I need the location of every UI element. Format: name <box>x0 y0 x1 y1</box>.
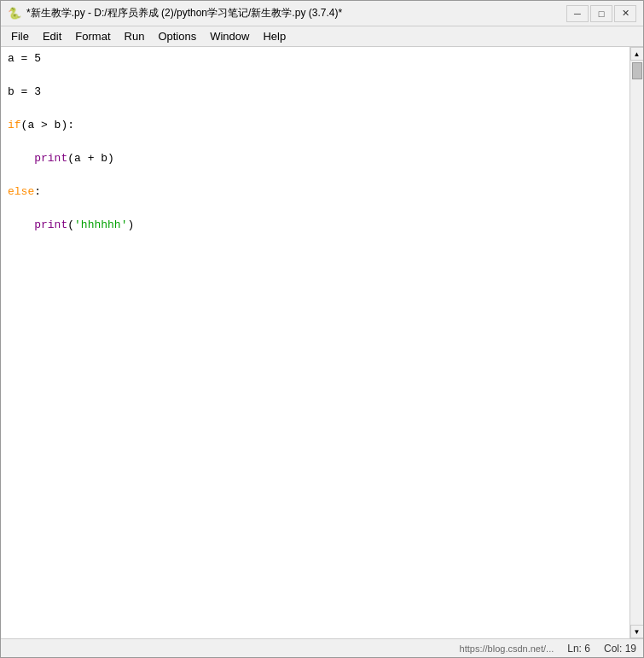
window-controls: ─ □ ✕ <box>566 5 636 22</box>
scrollbar-down-arrow[interactable]: ▼ <box>630 625 644 638</box>
code-line-5: else: <box>8 183 623 201</box>
code-line-3: if(a > b): <box>8 117 623 134</box>
menu-help[interactable]: Help <box>256 28 293 44</box>
code-line-1: a = 5 <box>8 50 623 67</box>
menu-format[interactable]: Format <box>68 28 117 44</box>
main-window: 🐍 *新生教学.py - D:/程序员养成 (2)/python学习笔记/新生教… <box>0 0 644 658</box>
title-bar: 🐍 *新生教学.py - D:/程序员养成 (2)/python学习笔记/新生教… <box>1 1 643 26</box>
scrollbar-up-arrow[interactable]: ▲ <box>630 47 644 61</box>
menu-file[interactable]: File <box>4 28 36 44</box>
menu-options[interactable]: Options <box>151 28 203 44</box>
status-line: Ln: 6 <box>567 643 590 655</box>
status-link: https://blog.csdn.net/... <box>460 643 554 654</box>
close-button[interactable]: ✕ <box>614 5 636 22</box>
scrollbar-thumb[interactable] <box>632 62 642 79</box>
menu-run[interactable]: Run <box>118 28 152 44</box>
minimize-button[interactable]: ─ <box>566 5 589 22</box>
editor-area: a = 5 b = 3 if(a > b): print(a + b) else… <box>1 47 643 638</box>
code-editor[interactable]: a = 5 b = 3 if(a > b): print(a + b) else… <box>1 47 629 638</box>
code-line-2: b = 3 <box>8 84 623 101</box>
code-line-6: print('hhhhhh') <box>8 217 623 234</box>
menu-bar: File Edit Format Run Options Window Help <box>1 26 643 47</box>
menu-edit[interactable]: Edit <box>36 28 68 44</box>
maximize-button[interactable]: □ <box>590 5 612 22</box>
code-line-4: print(a + b) <box>8 150 623 167</box>
status-col: Col: 19 <box>604 643 636 655</box>
status-bar: https://blog.csdn.net/... Ln: 6 Col: 19 <box>1 638 643 657</box>
editor-scroll[interactable]: a = 5 b = 3 if(a > b): print(a + b) else… <box>1 47 629 638</box>
window-title: *新生教学.py - D:/程序员养成 (2)/python学习笔记/新生教学.… <box>26 6 342 20</box>
scrollbar-track: ▲ ▼ <box>629 47 643 638</box>
menu-window[interactable]: Window <box>203 28 256 44</box>
app-icon: 🐍 <box>8 7 21 20</box>
title-bar-left: 🐍 *新生教学.py - D:/程序员养成 (2)/python学习笔记/新生教… <box>8 6 342 20</box>
